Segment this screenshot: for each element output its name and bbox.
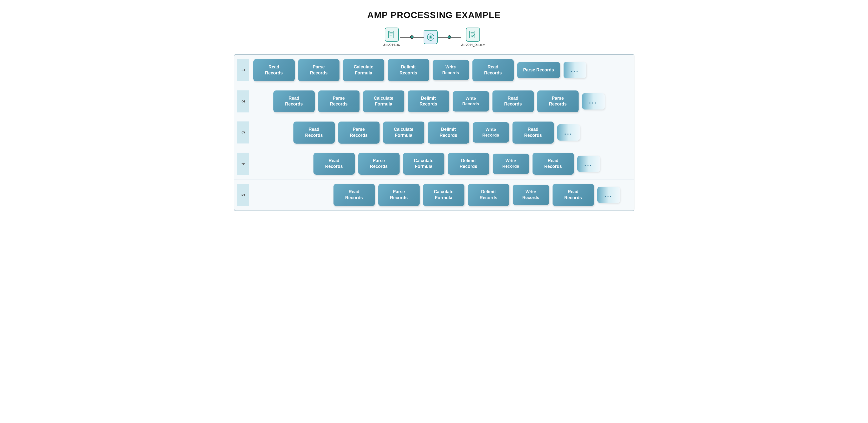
svg-rect-3 [389, 35, 392, 35]
grid-row-4: 4Read RecordsParse RecordsCalculate Form… [234, 148, 634, 180]
cell-r2-c2: Calculate Formula [383, 121, 424, 144]
cell-r3-c1: Parse Records [358, 153, 400, 175]
cell-ellipsis-r1-c7: ... [582, 93, 604, 110]
output-file-label: Jan2014_Out.csv [461, 43, 485, 47]
cell-r0-c6: Parse Records [517, 62, 560, 78]
cell-r3-c5: Read Records [532, 153, 574, 175]
grid-row-1: 1Read RecordsParse RecordsCalculate Form… [234, 55, 634, 86]
svg-point-6 [430, 36, 432, 38]
svg-rect-2 [389, 34, 393, 34]
cell-r1-c2: Calculate Formula [363, 90, 404, 113]
input-file-icon [385, 28, 399, 41]
row-number-3: 3 [237, 121, 249, 144]
processing-grid: 1Read RecordsParse RecordsCalculate Form… [234, 54, 634, 211]
row-number-2: 2 [237, 90, 249, 113]
cell-r4-c5: Read Records [553, 184, 594, 206]
connector-left [400, 35, 424, 39]
grid-row-2: 2Read RecordsParse RecordsCalculate Form… [234, 86, 634, 117]
cell-ellipsis-r4-c6: ... [597, 187, 620, 203]
svg-rect-9 [471, 34, 474, 34]
cell-r0-c1: Parse Records [298, 59, 340, 81]
cell-r0-c2: Calculate Formula [343, 59, 384, 81]
cell-r2-c1: Parse Records [338, 121, 379, 144]
row-number-1: 1 [237, 59, 249, 81]
cell-r3-c4: Write Records [493, 153, 529, 174]
cell-r4-c3: Delimit Records [468, 184, 509, 206]
cell-r1-c0: Read Records [273, 90, 315, 113]
cell-ellipsis-r2-c6: ... [557, 124, 580, 141]
cell-ellipsis-r0-c7: ... [564, 62, 586, 78]
cell-r1-c6: Parse Records [537, 90, 579, 113]
cell-r1-c4: Write Records [453, 91, 489, 112]
svg-rect-10 [471, 35, 473, 35]
cell-r2-c4: Write Records [473, 122, 509, 143]
cell-r3-c2: Calculate Formula [403, 153, 444, 175]
cell-ellipsis-r3-c6: ... [577, 156, 600, 172]
process-icon [424, 30, 438, 44]
row-number-5: 5 [237, 184, 249, 206]
cell-r0-c3: Delimit Records [388, 59, 429, 81]
pipeline-diagram: Jan2014.csv [383, 28, 485, 47]
cell-r2-c0: Read Records [293, 121, 335, 144]
cell-r2-c3: Delimit Records [428, 121, 469, 144]
cell-r4-c1: Parse Records [378, 184, 420, 206]
cell-r2-c5: Read Records [513, 121, 554, 144]
input-file-label: Jan2014.csv [383, 43, 400, 47]
cell-r3-c0: Read Records [313, 153, 355, 175]
svg-rect-1 [389, 33, 393, 33]
cell-r1-c3: Delimit Records [408, 90, 449, 113]
cell-r1-c5: Read Records [492, 90, 534, 113]
connector-right [438, 35, 461, 39]
page-title: AMP PROCESSING EXAMPLE [367, 10, 501, 20]
cell-r1-c1: Parse Records [318, 90, 360, 113]
grid-row-5: 5Read RecordsParse RecordsCalculate Form… [234, 179, 634, 210]
output-file-icon [466, 28, 480, 41]
grid-row-3: 3Read RecordsParse RecordsCalculate Form… [234, 117, 634, 148]
cell-r3-c3: Delimit Records [448, 153, 489, 175]
cell-r4-c4: Write Records [513, 185, 549, 205]
cell-r0-c0: Read Records [253, 59, 295, 81]
cell-r4-c2: Calculate Formula [423, 184, 464, 206]
svg-rect-8 [471, 33, 474, 33]
cell-r0-c5: Read Records [472, 59, 514, 81]
row-number-4: 4 [237, 153, 249, 175]
cell-r0-c4: Write Records [433, 60, 469, 80]
cell-r4-c0: Read Records [334, 184, 375, 206]
